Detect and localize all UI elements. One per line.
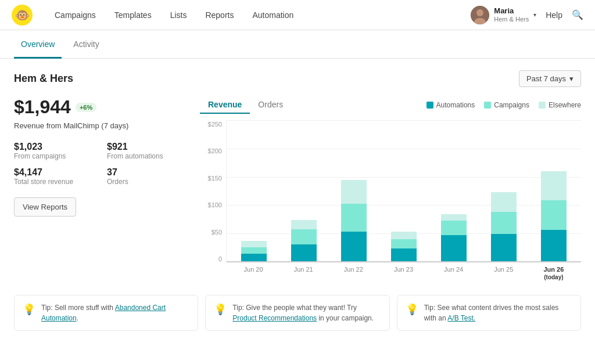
help-link[interactable]: Help xyxy=(546,10,562,20)
x-label: Jun 25 xyxy=(481,262,526,273)
y-label: $150 xyxy=(200,175,222,182)
search-icon[interactable]: 🔍 xyxy=(572,9,583,20)
user-sub: Hem & Hers xyxy=(494,16,529,23)
bar-segment-elsewhere xyxy=(541,171,567,200)
chart-header: Revenue Orders Automations Campaigns xyxy=(200,96,581,114)
legend-campaigns: Campaigns xyxy=(484,101,529,109)
chart-tab-orders[interactable]: Orders xyxy=(250,96,291,114)
user-menu[interactable]: Maria Hem & Hers ▾ xyxy=(471,6,536,24)
bar-stack xyxy=(441,180,467,261)
revenue-label-text: Revenue from MailChimp xyxy=(14,121,99,130)
bar-segment-campaign xyxy=(541,200,567,229)
tabs-bar: Overview Activity xyxy=(0,30,595,59)
tip-text-2: Tip: Give the people what they want! Try… xyxy=(232,302,381,323)
chart-area xyxy=(226,121,581,262)
tip-icon-1: 💡 xyxy=(23,303,35,316)
revenue-main: $1,944 +6% xyxy=(14,96,188,118)
bar-group xyxy=(481,121,526,261)
bar-stack xyxy=(241,208,267,261)
y-label: $50 xyxy=(200,229,222,236)
stat-automations-value: $921 xyxy=(107,142,188,152)
bar-group xyxy=(381,121,426,261)
tip-text-after-2: in your campaign. xyxy=(317,314,374,322)
period-label: Past 7 days xyxy=(526,74,566,83)
bar-chart: 0$50$100$150$200$250 Jun 20Jun 21Jun 22J… xyxy=(200,121,581,283)
stats-grid: $1,023 From campaigns $921 From automati… xyxy=(14,142,188,186)
legend-dot-elsewhere xyxy=(539,102,546,109)
nav-automation[interactable]: Automation xyxy=(244,6,302,24)
stat-store-label: Total store revenue xyxy=(14,178,95,186)
tip-link-2[interactable]: Product Recommendations xyxy=(232,314,317,322)
nav-campaigns[interactable]: Campaigns xyxy=(46,6,104,24)
bar-segment-automation xyxy=(491,234,517,261)
bar-segment-automation xyxy=(391,248,417,261)
tip-text-content-3: Tip: See what content drives the most sa… xyxy=(424,304,559,322)
chart-legend: Automations Campaigns Elsewhere xyxy=(426,101,581,109)
tip-text-after-1: . xyxy=(77,314,78,322)
stat-orders-label: Orders xyxy=(107,178,188,186)
tips-row: 💡 Tip: Sell more stuff with Abandoned Ca… xyxy=(14,295,581,331)
tip-card-2: 💡 Tip: Give the people what they want! T… xyxy=(205,295,389,331)
bar-segment-elsewhere xyxy=(341,180,367,203)
bar-group xyxy=(431,121,476,261)
page-body: Hem & Hers Past 7 days ▾ $1,944 +6% Reve… xyxy=(0,59,595,343)
bar-segment-elsewhere xyxy=(241,241,267,247)
legend-label-automations: Automations xyxy=(436,101,475,109)
view-reports-button[interactable]: View Reports xyxy=(14,197,76,217)
stat-store-revenue: $4,147 Total store revenue xyxy=(14,167,95,186)
y-label: $200 xyxy=(200,147,222,154)
bar-segment-elsewhere xyxy=(291,220,317,229)
chart-tabs: Revenue Orders xyxy=(200,96,291,114)
bar-segment-campaign xyxy=(291,229,317,244)
tip-card-3: 💡 Tip: See what content drives the most … xyxy=(397,295,581,331)
stat-automations-label: From automations xyxy=(107,152,188,160)
tip-icon-2: 💡 xyxy=(214,303,227,316)
x-label: Jun 22 xyxy=(331,262,376,273)
bar-segment-automation xyxy=(541,230,567,261)
nav-lists[interactable]: Lists xyxy=(162,6,195,24)
chart-panel: Revenue Orders Automations Campaigns xyxy=(200,96,581,283)
bar-segment-automation xyxy=(341,232,367,261)
user-name: Maria xyxy=(494,6,529,16)
legend-automations: Automations xyxy=(426,101,475,109)
content-grid: $1,944 +6% Revenue from MailChimp (7 day… xyxy=(14,96,581,283)
bar-stack xyxy=(291,185,317,261)
tip-text-content-1: Tip: Sell more stuff with xyxy=(41,304,115,312)
bar-stack xyxy=(541,149,567,261)
stat-campaigns: $1,023 From campaigns xyxy=(14,142,95,160)
bar-segment-elsewhere xyxy=(491,192,517,212)
main-content: Overview Activity Hem & Hers Past 7 days… xyxy=(0,30,595,364)
y-label: $100 xyxy=(200,201,222,208)
chart-tab-revenue[interactable]: Revenue xyxy=(200,96,250,114)
legend-label-elsewhere: Elsewhere xyxy=(549,101,581,109)
bar-stack xyxy=(391,197,417,261)
legend-dot-automations xyxy=(426,102,433,109)
legend-label-campaigns: Campaigns xyxy=(494,101,529,109)
chevron-down-icon: ▾ xyxy=(533,12,536,18)
stat-campaigns-label: From campaigns xyxy=(14,152,95,160)
nav-reports[interactable]: Reports xyxy=(197,6,242,24)
stat-orders: 37 Orders xyxy=(107,167,188,186)
bar-segment-campaign xyxy=(491,212,517,233)
period-selector[interactable]: Past 7 days ▾ xyxy=(519,70,581,87)
top-nav: 🐵 Campaigns Templates Lists Reports Auto… xyxy=(0,0,595,30)
tab-activity[interactable]: Activity xyxy=(66,30,106,59)
tip-text-3: Tip: See what content drives the most sa… xyxy=(424,302,572,323)
x-label: Jun 24 xyxy=(431,262,476,273)
logo[interactable]: 🐵 xyxy=(12,5,33,26)
revenue-amount: $1,944 xyxy=(14,96,71,118)
tab-overview[interactable]: Overview xyxy=(14,30,62,59)
user-info: Maria Hem & Hers xyxy=(494,6,529,23)
bar-segment-automation xyxy=(291,244,317,261)
tip-link-3[interactable]: A/B Test. xyxy=(447,314,475,322)
bar-stack xyxy=(341,154,367,261)
bar-segment-campaign xyxy=(341,204,367,232)
x-label: Jun 20 xyxy=(231,262,276,273)
bar-segment-campaign xyxy=(391,239,417,248)
nav-right: Maria Hem & Hers ▾ Help 🔍 xyxy=(471,6,583,24)
nav-templates[interactable]: Templates xyxy=(106,6,160,24)
bar-segment-elsewhere xyxy=(391,232,417,239)
page-title: Hem & Hers xyxy=(14,73,73,85)
x-axis: Jun 20Jun 21Jun 22Jun 23Jun 24Jun 25Jun … xyxy=(226,262,581,283)
svg-point-1 xyxy=(476,9,483,16)
